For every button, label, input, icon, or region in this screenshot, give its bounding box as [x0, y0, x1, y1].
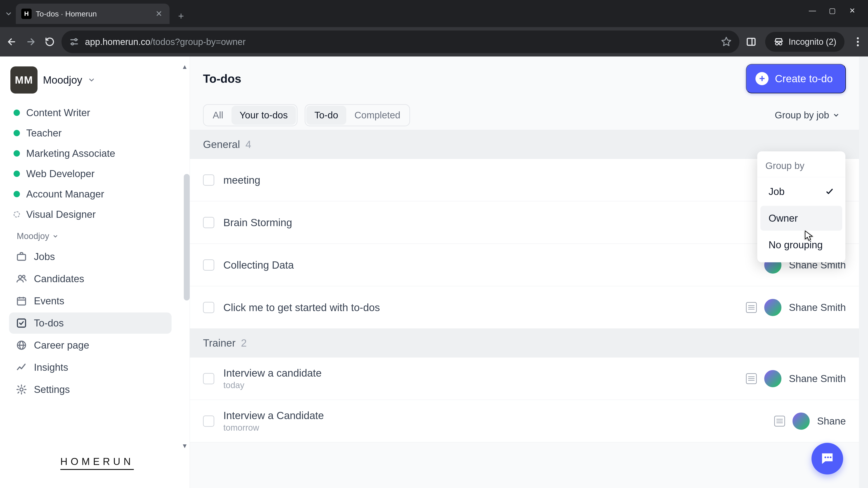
brand-logo: HOMERUN: [9, 445, 185, 488]
new-tab-button[interactable]: +: [175, 8, 187, 24]
sidebar-job-item[interactable]: Visual Designer: [9, 204, 185, 225]
todo-row[interactable]: Interview a Candidate tomorrow Shane: [190, 400, 859, 442]
page-header: To-dos + Create to-do: [190, 57, 859, 101]
chat-icon: [819, 451, 835, 466]
filters-row: All Your to-dos To-do Completed Group by…: [190, 101, 859, 130]
dropdown-item-owner[interactable]: Owner: [761, 206, 842, 231]
users-icon: [16, 273, 27, 285]
nav-label: Jobs: [34, 251, 55, 262]
chat-support-button[interactable]: [811, 443, 843, 475]
nav-label: To-dos: [34, 318, 64, 329]
svg-point-4: [776, 42, 778, 45]
todo-checkbox[interactable]: [203, 302, 214, 313]
status-filter-group: To-do Completed: [305, 104, 410, 126]
workspace-mini-label: Moodjoy: [17, 231, 49, 241]
url-text: app.homerun.co/todos?group-by=owner: [85, 37, 715, 47]
main-scrollbar[interactable]: [859, 57, 868, 488]
job-label: Visual Designer: [26, 209, 96, 220]
todo-checkbox[interactable]: [203, 373, 214, 384]
filter-completed[interactable]: Completed: [346, 106, 408, 125]
assignee-name: Shane Smith: [789, 373, 846, 384]
todo-checkbox[interactable]: [203, 174, 214, 186]
star-icon: [721, 36, 732, 47]
todo-checkbox[interactable]: [203, 259, 214, 271]
sidebar-scrollbar[interactable]: [184, 174, 190, 300]
calendar-icon: [16, 295, 27, 306]
tab-close-button[interactable]: ✕: [154, 9, 164, 19]
incognito-indicator[interactable]: Incognito (2): [765, 32, 844, 52]
svg-point-9: [857, 44, 859, 46]
svg-point-24: [830, 456, 832, 458]
create-todo-button[interactable]: + Create to-do: [746, 64, 846, 93]
bookmark-button[interactable]: [721, 36, 732, 47]
tab-favicon: H: [21, 8, 32, 19]
todo-checkbox[interactable]: [203, 416, 214, 427]
sidebar-job-item[interactable]: Account Manager: [9, 184, 185, 204]
status-dot-icon: [13, 130, 20, 136]
group-by-dropdown-menu: Group by Job Owner No grouping: [757, 151, 845, 262]
sidebar-scroll-up[interactable]: ▲: [182, 63, 188, 70]
dropdown-item-no-grouping[interactable]: No grouping: [761, 232, 842, 257]
nav-item-career[interactable]: Career page: [9, 335, 172, 356]
todo-due: tomorrow: [223, 423, 324, 433]
tab-search-button[interactable]: [2, 7, 15, 20]
todo-row[interactable]: Interview a candidate today Shane Smith: [190, 357, 859, 400]
forward-button[interactable]: [24, 35, 38, 49]
svg-point-1: [71, 43, 73, 45]
filter-your-todos[interactable]: Your to-dos: [231, 106, 296, 125]
side-panel-button[interactable]: [744, 37, 758, 47]
dropdown-item-label: Owner: [769, 213, 798, 224]
filter-all[interactable]: All: [205, 106, 231, 125]
filter-todo[interactable]: To-do: [306, 106, 346, 125]
note-icon: [746, 373, 757, 384]
assignee-avatar: [764, 369, 782, 388]
sidebar-job-item[interactable]: Marketing Associate: [9, 143, 185, 164]
nav-item-events[interactable]: Events: [9, 290, 172, 312]
sidebar-scroll-down[interactable]: ▼: [182, 442, 188, 450]
browser-menu-button[interactable]: [852, 37, 864, 46]
job-label: Marketing Associate: [26, 148, 115, 159]
main-content: To-dos + Create to-do All Your to-dos To…: [190, 57, 859, 488]
tab-title: To-dos · Homerun: [36, 9, 150, 18]
svg-rect-2: [747, 38, 755, 45]
site-settings-button[interactable]: [69, 37, 79, 47]
nav-item-todos[interactable]: To-dos: [9, 313, 172, 334]
address-bar[interactable]: app.homerun.co/todos?group-by=owner: [61, 31, 739, 53]
sidebar-job-item[interactable]: Content Writer: [9, 103, 185, 123]
reload-button[interactable]: [42, 35, 57, 49]
todo-title: Interview a Candidate: [223, 410, 324, 422]
svg-point-12: [23, 275, 25, 278]
sidebar-job-item[interactable]: Teacher: [9, 123, 185, 143]
assignee-name: Shane: [817, 416, 846, 427]
workspace-switcher[interactable]: MM Moodjoy: [9, 63, 185, 103]
close-window-button[interactable]: ✕: [845, 6, 859, 15]
status-dot-icon: [13, 191, 20, 197]
todo-meta: Shane Smith: [746, 369, 846, 388]
todo-row[interactable]: Click me to get started with to-dos Shan…: [190, 286, 859, 329]
nav-item-jobs[interactable]: Jobs: [9, 246, 172, 267]
back-button[interactable]: [4, 35, 19, 49]
nav-item-settings[interactable]: Settings: [9, 379, 172, 400]
dropdown-item-label: No grouping: [769, 239, 823, 251]
nav-item-insights[interactable]: Insights: [9, 357, 172, 378]
workspace-name: Moodjoy: [43, 74, 82, 86]
minimize-button[interactable]: —: [806, 6, 819, 15]
browser-tab[interactable]: H To-dos · Homerun ✕: [16, 4, 169, 24]
dropdown-item-job[interactable]: Job: [761, 179, 842, 204]
assignee-avatar: [792, 412, 810, 430]
note-icon: [746, 302, 757, 313]
incognito-label: Incognito (2): [789, 37, 836, 47]
svg-point-23: [827, 456, 829, 458]
todo-checkbox[interactable]: [203, 217, 214, 228]
maximize-button[interactable]: ▢: [826, 6, 839, 15]
todo-title: Brain Storming: [223, 217, 292, 229]
workspace-mini-switcher[interactable]: Moodjoy: [9, 225, 185, 244]
browser-chrome: H To-dos · Homerun ✕ + — ▢ ✕ app.homerun…: [0, 0, 868, 57]
status-dot-icon: [13, 150, 20, 157]
sidebar-job-item[interactable]: Web Developer: [9, 164, 185, 184]
nav-item-candidates[interactable]: Candidates: [9, 268, 172, 289]
group-by-dropdown-trigger[interactable]: Group by job: [769, 106, 846, 124]
nav-label: Career page: [34, 339, 89, 351]
nav-label: Insights: [34, 362, 68, 373]
globe-icon: [16, 339, 27, 351]
